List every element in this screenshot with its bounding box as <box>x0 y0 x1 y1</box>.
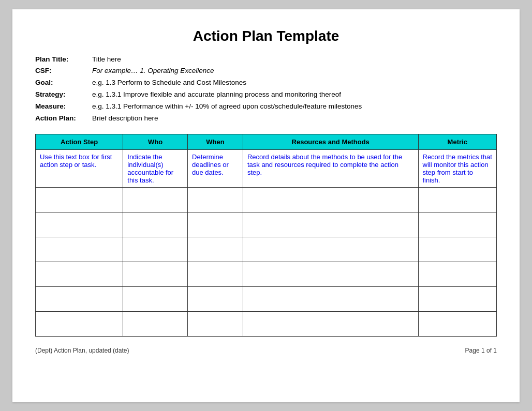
cell-who-1[interactable]: Indicate the individual(s) accountable f… <box>123 150 188 188</box>
cell-metric-2[interactable] <box>418 188 497 212</box>
goal-value: e.g. 1.3 Perform to Schedule and Cost Mi… <box>92 77 246 89</box>
cell-who-3[interactable] <box>123 212 188 237</box>
table-row-4 <box>36 237 497 262</box>
cell-who-2[interactable] <box>123 188 188 212</box>
header-metric: Metric <box>418 134 497 150</box>
cell-action-step-2[interactable] <box>36 188 123 212</box>
meta-row-strategy: Strategy: e.g. 1.3.1 Improve flexible an… <box>35 89 497 101</box>
strategy-label: Strategy: <box>35 89 92 101</box>
table-row-3 <box>36 212 497 237</box>
cell-when-3[interactable] <box>188 212 243 237</box>
table-row-5 <box>36 262 497 287</box>
cell-resources-6[interactable] <box>243 287 418 312</box>
cell-metric-5[interactable] <box>418 262 497 287</box>
cell-who-5[interactable] <box>123 262 188 287</box>
header-who: Who <box>123 134 188 150</box>
page-title: Action Plan Template <box>35 28 497 44</box>
measure-value: e.g. 1.3.1 Performance within +/- 10% of… <box>92 101 362 113</box>
cell-when-2[interactable] <box>188 188 243 212</box>
action-plan-table: Action Step Who When Resources and Metho… <box>35 134 497 337</box>
cell-action-step-5[interactable] <box>36 262 123 287</box>
cell-when-7[interactable] <box>188 312 243 337</box>
cell-metric-7[interactable] <box>418 312 497 337</box>
cell-action-step-3[interactable] <box>36 212 123 237</box>
cell-resources-4[interactable] <box>243 237 418 262</box>
cell-action-step-6[interactable] <box>36 287 123 312</box>
cell-who-6[interactable] <box>123 287 188 312</box>
goal-label: Goal: <box>35 77 92 89</box>
header-action-step: Action Step <box>36 134 123 150</box>
cell-when-4[interactable] <box>188 237 243 262</box>
cell-metric-6[interactable] <box>418 287 497 312</box>
cell-resources-1[interactable]: Record details about the methods to be u… <box>243 150 418 188</box>
cell-resources-5[interactable] <box>243 262 418 287</box>
table-row-7 <box>36 312 497 337</box>
cell-metric-4[interactable] <box>418 237 497 262</box>
plan-title-label: Plan Title: <box>35 54 92 66</box>
cell-when-6[interactable] <box>188 287 243 312</box>
cell-resources-7[interactable] <box>243 312 418 337</box>
measure-label: Measure: <box>35 101 92 113</box>
meta-row-csf: CSF: For example… 1. Operating Excellenc… <box>35 65 497 77</box>
table-row-1: Use this text box for first action step … <box>36 150 497 188</box>
footer-left: (Dept) Action Plan, updated (date) <box>35 347 129 354</box>
strategy-value: e.g. 1.3.1 Improve flexible and accurate… <box>92 89 341 101</box>
cell-action-step-1[interactable]: Use this text box for first action step … <box>36 150 123 188</box>
footer-right: Page 1 of 1 <box>465 347 497 354</box>
action-plan-label: Action Plan: <box>35 113 92 125</box>
meta-section: Plan Title: Title here CSF: For example…… <box>35 54 497 125</box>
table-row-6 <box>36 287 497 312</box>
document-page: Action Plan Template Plan Title: Title h… <box>12 9 520 402</box>
header-when: When <box>188 134 243 150</box>
cell-who-7[interactable] <box>123 312 188 337</box>
cell-metric-1[interactable]: Record the metrics that will monitor thi… <box>418 150 497 188</box>
table-row-2 <box>36 188 497 212</box>
meta-row-plan-title: Plan Title: Title here <box>35 54 497 66</box>
cell-when-1[interactable]: Determine deadlines or due dates. <box>188 150 243 188</box>
cell-action-step-4[interactable] <box>36 237 123 262</box>
action-plan-value: Brief description here <box>92 113 158 125</box>
meta-row-goal: Goal: e.g. 1.3 Perform to Schedule and C… <box>35 77 497 89</box>
footer: (Dept) Action Plan, updated (date) Page … <box>35 347 497 354</box>
header-resources: Resources and Methods <box>243 134 418 150</box>
csf-value: For example… 1. Operating Excellence <box>92 65 214 77</box>
cell-resources-3[interactable] <box>243 212 418 237</box>
cell-metric-3[interactable] <box>418 212 497 237</box>
meta-row-action-plan: Action Plan: Brief description here <box>35 113 497 125</box>
cell-resources-2[interactable] <box>243 188 418 212</box>
table-header-row: Action Step Who When Resources and Metho… <box>36 134 497 150</box>
cell-when-5[interactable] <box>188 262 243 287</box>
cell-who-4[interactable] <box>123 237 188 262</box>
cell-action-step-7[interactable] <box>36 312 123 337</box>
plan-title-value: Title here <box>92 54 121 66</box>
csf-label: CSF: <box>35 65 92 77</box>
meta-row-measure: Measure: e.g. 1.3.1 Performance within +… <box>35 101 497 113</box>
